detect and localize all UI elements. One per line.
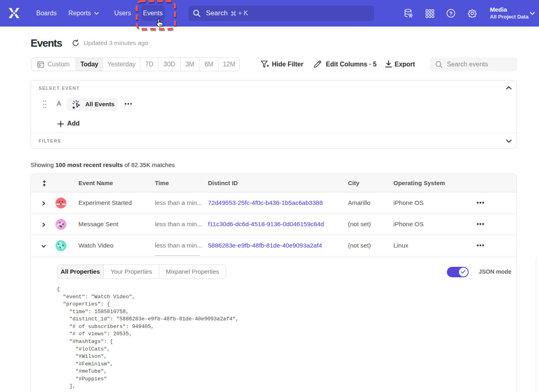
svg-text:?: ? (449, 10, 453, 17)
